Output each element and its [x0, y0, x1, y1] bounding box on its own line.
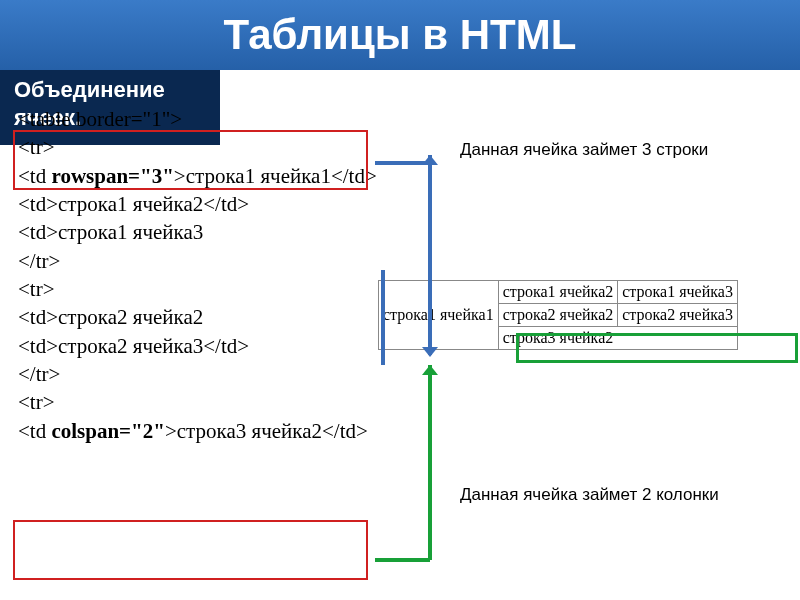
code-line: <table border="1"> — [18, 105, 378, 133]
table-cell: строка1 ячейка1 — [379, 281, 499, 350]
arrow-colspan-icon — [370, 365, 460, 575]
table-cell: строка2 ячейка3 — [618, 304, 738, 327]
table-cell: строка1 ячейка2 — [498, 281, 618, 304]
code-line: <td>строка2 ячейка2 — [18, 303, 378, 331]
code-text: <td — [18, 419, 51, 443]
code-line: <tr> — [18, 275, 378, 303]
code-keyword: rowspan="3" — [51, 164, 173, 188]
code-line: <tr> — [18, 133, 378, 161]
code-listing: <table border="1"> <tr> <td rowspan="3">… — [18, 105, 378, 445]
page-title: Таблицы в HTML — [224, 11, 577, 59]
caption-colspan: Данная ячейка займет 2 колонки — [460, 485, 780, 505]
code-line: </tr> — [18, 360, 378, 388]
table-row: строка1 ячейка1 строка1 ячейка2 строка1 … — [379, 281, 738, 304]
code-line: <td>строка1 ячейка2</td> — [18, 190, 378, 218]
code-line: <td>строка1 ячейка3 — [18, 218, 378, 246]
code-line: <td colspan="2">строка3 ячейка2</td> — [18, 417, 378, 445]
code-keyword: colspan="2" — [51, 419, 164, 443]
table-cell: строка1 ячейка3 — [618, 281, 738, 304]
code-line: <td>строка2 ячейка3</td> — [18, 332, 378, 360]
highlight-box-colspan — [13, 520, 368, 580]
code-line: <td rowspan="3">строка1 ячейка1</td> — [18, 162, 378, 190]
result-table: строка1 ячейка1 строка1 ячейка2 строка1 … — [378, 280, 738, 350]
title-bar: Таблицы в HTML — [0, 0, 800, 70]
code-line: </tr> — [18, 247, 378, 275]
code-text: <td — [18, 164, 51, 188]
code-text: >строка1 ячейка1</td> — [174, 164, 377, 188]
code-line: <tr> — [18, 388, 378, 416]
table-cell: строка2 ячейка2 — [498, 304, 618, 327]
table-cell: строка3 ячейка2 — [498, 327, 737, 350]
code-text: >строка3 ячейка2</td> — [165, 419, 368, 443]
caption-rowspan: Данная ячейка займет 3 строки — [460, 140, 780, 160]
